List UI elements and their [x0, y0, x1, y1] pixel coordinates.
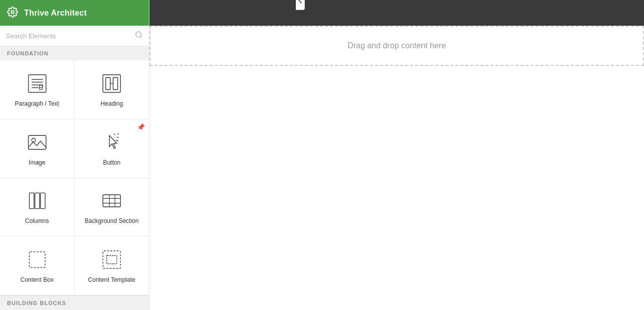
content-box-icon	[26, 248, 49, 271]
paragraph-text-icon	[26, 72, 49, 95]
svg-rect-20	[35, 193, 39, 209]
element-item-image[interactable]: Image	[0, 119, 74, 178]
svg-point-0	[11, 11, 14, 14]
element-label-background-section: Background Section	[85, 217, 138, 224]
sidebar: Thrive Architect FOUNDATION	[0, 0, 149, 310]
svg-rect-29	[107, 256, 117, 264]
canvas-area: Drag and drop content here	[149, 26, 644, 310]
svg-line-16	[116, 140, 118, 141]
element-item-background-section[interactable]: Background Section	[74, 178, 149, 237]
pin-icon: 📌	[137, 123, 145, 131]
foundation-section-label: FOUNDATION	[0, 46, 149, 60]
svg-line-17	[118, 133, 119, 134]
gear-icon[interactable]	[7, 7, 18, 20]
drop-zone[interactable]: Drag and drop content here	[149, 26, 644, 66]
columns-icon	[26, 189, 49, 212]
svg-rect-27	[29, 252, 45, 267]
svg-line-2	[140, 36, 142, 38]
element-item-columns[interactable]: Columns	[0, 178, 74, 237]
canvas-top-bar	[149, 0, 644, 26]
svg-rect-13	[28, 135, 46, 149]
element-item-button[interactable]: 📌 Button	[74, 119, 149, 178]
sidebar-header: Thrive Architect	[0, 0, 149, 26]
search-icon[interactable]	[135, 31, 143, 41]
element-item-heading[interactable]: Heading	[74, 60, 149, 119]
element-label-content-box: Content Box	[20, 276, 53, 283]
element-item-paragraph-text[interactable]: Paragraph / Text	[0, 60, 74, 119]
search-input[interactable]	[6, 32, 135, 40]
element-label-button: Button	[103, 159, 121, 166]
svg-rect-28	[103, 251, 121, 269]
svg-rect-10	[106, 78, 110, 90]
svg-rect-21	[40, 193, 45, 209]
element-label-content-template: Content Template	[88, 276, 135, 283]
building-blocks-section-label: BUILDING BLOCKS	[0, 295, 149, 310]
svg-rect-3	[28, 74, 46, 92]
svg-rect-8	[39, 85, 42, 90]
element-item-content-box[interactable]: Content Box	[0, 237, 74, 295]
svg-rect-11	[113, 78, 118, 90]
elements-grid: Paragraph / Text Heading Image 📌	[0, 60, 149, 295]
app-title: Thrive Architect	[24, 9, 87, 18]
drop-zone-text: Drag and drop content here	[348, 41, 446, 50]
element-label-image: Image	[29, 159, 45, 166]
svg-rect-22	[103, 195, 121, 207]
collapse-sidebar-button[interactable]	[296, 0, 305, 10]
main-canvas: Drag and drop content here	[149, 0, 644, 310]
search-bar	[0, 26, 149, 46]
svg-rect-19	[29, 193, 34, 209]
svg-point-14	[31, 138, 35, 141]
element-label-paragraph-text: Paragraph / Text	[15, 100, 59, 107]
button-icon	[100, 131, 123, 154]
heading-icon	[100, 72, 123, 95]
background-section-icon	[100, 189, 123, 212]
svg-line-18	[114, 133, 115, 135]
element-label-heading: Heading	[101, 100, 123, 107]
element-item-content-template[interactable]: Content Template	[74, 237, 149, 295]
element-label-columns: Columns	[25, 217, 49, 224]
image-icon	[26, 131, 49, 154]
content-template-icon	[100, 248, 123, 271]
